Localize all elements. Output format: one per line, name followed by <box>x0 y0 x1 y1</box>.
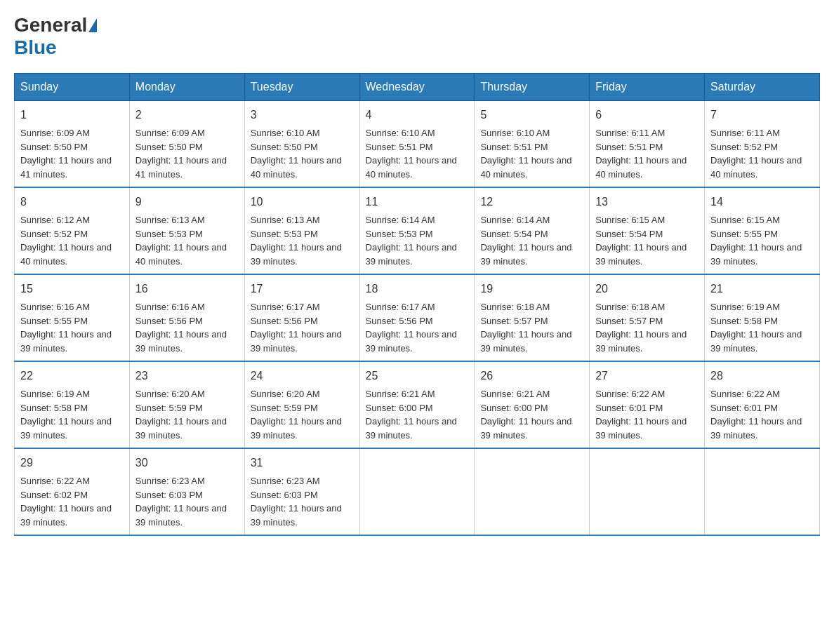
calendar-cell <box>359 448 475 535</box>
day-info: Sunrise: 6:10 AMSunset: 5:51 PMDaylight:… <box>366 126 469 181</box>
day-number: 12 <box>480 194 583 210</box>
day-number: 11 <box>366 194 469 210</box>
day-info: Sunrise: 6:22 AMSunset: 6:01 PMDaylight:… <box>595 387 699 442</box>
day-info: Sunrise: 6:13 AMSunset: 5:53 PMDaylight:… <box>135 213 239 268</box>
logo-general-text: General <box>14 14 87 36</box>
day-info: Sunrise: 6:13 AMSunset: 5:53 PMDaylight:… <box>251 213 354 268</box>
calendar-cell: 20Sunrise: 6:18 AMSunset: 5:57 PMDayligh… <box>590 274 705 361</box>
weekday-header-wednesday: Wednesday <box>359 74 475 101</box>
day-number: 8 <box>20 194 124 210</box>
calendar-cell: 24Sunrise: 6:20 AMSunset: 5:59 PMDayligh… <box>244 361 359 448</box>
day-info: Sunrise: 6:14 AMSunset: 5:54 PMDaylight:… <box>480 213 583 268</box>
day-info: Sunrise: 6:16 AMSunset: 5:56 PMDaylight:… <box>135 300 239 355</box>
day-number: 16 <box>135 281 239 297</box>
calendar-cell: 17Sunrise: 6:17 AMSunset: 5:56 PMDayligh… <box>244 274 359 361</box>
day-number: 30 <box>135 455 239 471</box>
day-info: Sunrise: 6:19 AMSunset: 5:58 PMDaylight:… <box>710 300 814 355</box>
day-number: 27 <box>595 368 699 384</box>
calendar-cell: 21Sunrise: 6:19 AMSunset: 5:58 PMDayligh… <box>705 274 820 361</box>
calendar-cell: 3Sunrise: 6:10 AMSunset: 5:50 PMDaylight… <box>244 101 359 188</box>
logo-triangle-icon <box>88 18 97 32</box>
weekday-header-tuesday: Tuesday <box>244 74 359 101</box>
calendar-cell: 29Sunrise: 6:22 AMSunset: 6:02 PMDayligh… <box>15 448 130 535</box>
calendar-cell: 19Sunrise: 6:18 AMSunset: 5:57 PMDayligh… <box>475 274 590 361</box>
day-number: 18 <box>366 281 469 297</box>
calendar-week-row: 29Sunrise: 6:22 AMSunset: 6:02 PMDayligh… <box>15 448 820 535</box>
day-number: 26 <box>480 368 583 384</box>
calendar-cell: 22Sunrise: 6:19 AMSunset: 5:58 PMDayligh… <box>15 361 130 448</box>
calendar-cell: 4Sunrise: 6:10 AMSunset: 5:51 PMDaylight… <box>359 101 475 188</box>
day-info: Sunrise: 6:18 AMSunset: 5:57 PMDaylight:… <box>595 300 699 355</box>
calendar-table: SundayMondayTuesdayWednesdayThursdayFrid… <box>14 73 820 536</box>
calendar-cell: 9Sunrise: 6:13 AMSunset: 5:53 PMDaylight… <box>129 187 244 274</box>
day-number: 3 <box>251 107 354 123</box>
weekday-header-sunday: Sunday <box>15 74 130 101</box>
day-number: 25 <box>366 368 469 384</box>
calendar-cell: 14Sunrise: 6:15 AMSunset: 5:55 PMDayligh… <box>705 187 820 274</box>
day-info: Sunrise: 6:17 AMSunset: 5:56 PMDaylight:… <box>366 300 469 355</box>
day-info: Sunrise: 6:09 AMSunset: 5:50 PMDaylight:… <box>20 126 124 181</box>
calendar-cell: 18Sunrise: 6:17 AMSunset: 5:56 PMDayligh… <box>359 274 475 361</box>
calendar-cell <box>705 448 820 535</box>
day-number: 31 <box>251 455 354 471</box>
logo: General Blue <box>14 14 98 59</box>
day-number: 7 <box>710 107 814 123</box>
calendar-week-row: 22Sunrise: 6:19 AMSunset: 5:58 PMDayligh… <box>15 361 820 448</box>
day-number: 5 <box>480 107 583 123</box>
day-info: Sunrise: 6:22 AMSunset: 6:02 PMDaylight:… <box>20 474 124 529</box>
weekday-header-thursday: Thursday <box>475 74 590 101</box>
day-number: 15 <box>20 281 124 297</box>
day-number: 9 <box>135 194 239 210</box>
day-info: Sunrise: 6:15 AMSunset: 5:55 PMDaylight:… <box>710 213 814 268</box>
calendar-cell: 7Sunrise: 6:11 AMSunset: 5:52 PMDaylight… <box>705 101 820 188</box>
day-info: Sunrise: 6:20 AMSunset: 5:59 PMDaylight:… <box>251 387 354 442</box>
weekday-header-monday: Monday <box>129 74 244 101</box>
calendar-cell: 27Sunrise: 6:22 AMSunset: 6:01 PMDayligh… <box>590 361 705 448</box>
day-number: 2 <box>135 107 239 123</box>
day-number: 29 <box>20 455 124 471</box>
day-info: Sunrise: 6:10 AMSunset: 5:50 PMDaylight:… <box>251 126 354 181</box>
calendar-cell: 16Sunrise: 6:16 AMSunset: 5:56 PMDayligh… <box>129 274 244 361</box>
calendar-cell: 30Sunrise: 6:23 AMSunset: 6:03 PMDayligh… <box>129 448 244 535</box>
day-info: Sunrise: 6:19 AMSunset: 5:58 PMDaylight:… <box>20 387 124 442</box>
day-info: Sunrise: 6:15 AMSunset: 5:54 PMDaylight:… <box>595 213 699 268</box>
day-info: Sunrise: 6:12 AMSunset: 5:52 PMDaylight:… <box>20 213 124 268</box>
calendar-cell: 2Sunrise: 6:09 AMSunset: 5:50 PMDaylight… <box>129 101 244 188</box>
calendar-cell: 26Sunrise: 6:21 AMSunset: 6:00 PMDayligh… <box>475 361 590 448</box>
page-header: General Blue <box>14 14 820 59</box>
day-info: Sunrise: 6:20 AMSunset: 5:59 PMDaylight:… <box>135 387 239 442</box>
day-number: 19 <box>480 281 583 297</box>
day-number: 10 <box>251 194 354 210</box>
calendar-cell: 1Sunrise: 6:09 AMSunset: 5:50 PMDaylight… <box>15 101 130 188</box>
day-number: 4 <box>366 107 469 123</box>
calendar-cell: 8Sunrise: 6:12 AMSunset: 5:52 PMDaylight… <box>15 187 130 274</box>
calendar-cell: 10Sunrise: 6:13 AMSunset: 5:53 PMDayligh… <box>244 187 359 274</box>
day-info: Sunrise: 6:11 AMSunset: 5:52 PMDaylight:… <box>710 126 814 181</box>
day-number: 14 <box>710 194 814 210</box>
day-number: 23 <box>135 368 239 384</box>
calendar-cell <box>590 448 705 535</box>
logo-blue-text: Blue <box>14 36 57 58</box>
day-info: Sunrise: 6:18 AMSunset: 5:57 PMDaylight:… <box>480 300 583 355</box>
calendar-week-row: 15Sunrise: 6:16 AMSunset: 5:55 PMDayligh… <box>15 274 820 361</box>
day-info: Sunrise: 6:11 AMSunset: 5:51 PMDaylight:… <box>595 126 699 181</box>
day-number: 6 <box>595 107 699 123</box>
day-number: 13 <box>595 194 699 210</box>
calendar-cell: 6Sunrise: 6:11 AMSunset: 5:51 PMDaylight… <box>590 101 705 188</box>
day-info: Sunrise: 6:10 AMSunset: 5:51 PMDaylight:… <box>480 126 583 181</box>
calendar-week-row: 8Sunrise: 6:12 AMSunset: 5:52 PMDaylight… <box>15 187 820 274</box>
day-info: Sunrise: 6:23 AMSunset: 6:03 PMDaylight:… <box>251 474 354 529</box>
day-number: 1 <box>20 107 124 123</box>
calendar-week-row: 1Sunrise: 6:09 AMSunset: 5:50 PMDaylight… <box>15 101 820 188</box>
day-info: Sunrise: 6:14 AMSunset: 5:53 PMDaylight:… <box>366 213 469 268</box>
weekday-header-friday: Friday <box>590 74 705 101</box>
calendar-cell: 28Sunrise: 6:22 AMSunset: 6:01 PMDayligh… <box>705 361 820 448</box>
calendar-cell: 15Sunrise: 6:16 AMSunset: 5:55 PMDayligh… <box>15 274 130 361</box>
calendar-cell <box>475 448 590 535</box>
day-number: 28 <box>710 368 814 384</box>
day-number: 21 <box>710 281 814 297</box>
day-number: 24 <box>251 368 354 384</box>
day-number: 22 <box>20 368 124 384</box>
day-info: Sunrise: 6:21 AMSunset: 6:00 PMDaylight:… <box>366 387 469 442</box>
day-number: 20 <box>595 281 699 297</box>
